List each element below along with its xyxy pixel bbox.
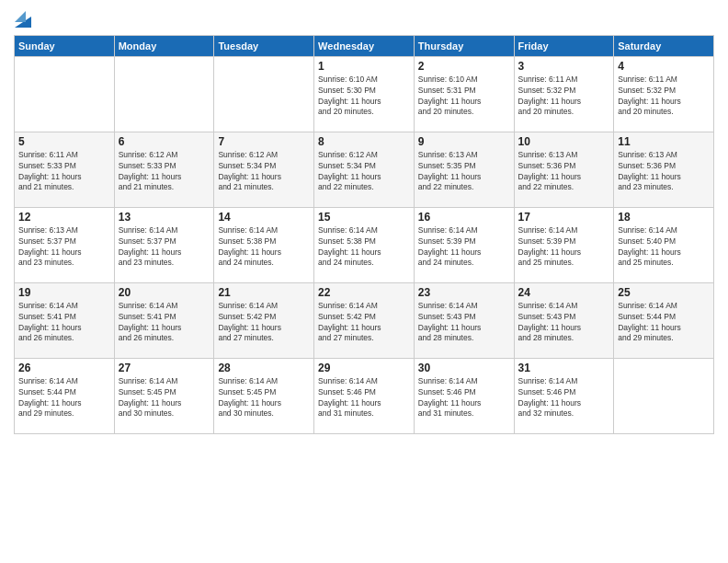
day-info: Sunrise: 6:14 AMSunset: 5:46 PMDaylight:… xyxy=(418,376,510,420)
day-info: Sunrise: 6:10 AMSunset: 5:30 PMDaylight:… xyxy=(318,75,410,119)
calendar-cell: 24Sunrise: 6:14 AMSunset: 5:43 PMDayligh… xyxy=(514,282,614,358)
day-number: 27 xyxy=(119,362,210,374)
calendar-cell: 13Sunrise: 6:14 AMSunset: 5:37 PMDayligh… xyxy=(114,207,214,282)
calendar-cell: 17Sunrise: 6:14 AMSunset: 5:39 PMDayligh… xyxy=(514,207,614,282)
header xyxy=(14,9,714,28)
day-number: 4 xyxy=(618,60,710,73)
calendar-cell: 12Sunrise: 6:13 AMSunset: 5:37 PMDayligh… xyxy=(15,207,115,282)
calendar-cell: 3Sunrise: 6:11 AMSunset: 5:32 PMDaylight… xyxy=(514,56,614,132)
day-info: Sunrise: 6:14 AMSunset: 5:43 PMDaylight:… xyxy=(418,301,510,345)
calendar-cell: 8Sunrise: 6:12 AMSunset: 5:34 PMDaylight… xyxy=(314,132,415,207)
day-number: 22 xyxy=(318,286,410,299)
page: SundayMondayTuesdayWednesdayThursdayFrid… xyxy=(0,0,728,563)
day-info: Sunrise: 6:14 AMSunset: 5:42 PMDaylight:… xyxy=(318,301,410,345)
day-info: Sunrise: 6:14 AMSunset: 5:44 PMDaylight:… xyxy=(618,301,710,345)
calendar-cell: 19Sunrise: 6:14 AMSunset: 5:41 PMDayligh… xyxy=(15,282,115,358)
calendar-cell: 28Sunrise: 6:14 AMSunset: 5:45 PMDayligh… xyxy=(214,358,314,433)
calendar-cell: 18Sunrise: 6:14 AMSunset: 5:40 PMDayligh… xyxy=(614,207,714,282)
day-info: Sunrise: 6:14 AMSunset: 5:41 PMDaylight:… xyxy=(119,301,210,345)
day-number: 17 xyxy=(518,211,610,224)
calendar-cell: 21Sunrise: 6:14 AMSunset: 5:42 PMDayligh… xyxy=(214,282,314,358)
calendar-header-monday: Monday xyxy=(114,35,214,56)
day-number: 5 xyxy=(18,135,110,148)
day-number: 2 xyxy=(418,60,510,73)
day-info: Sunrise: 6:14 AMSunset: 5:38 PMDaylight:… xyxy=(318,225,410,270)
day-info: Sunrise: 6:14 AMSunset: 5:46 PMDaylight:… xyxy=(518,376,610,420)
calendar-cell: 15Sunrise: 6:14 AMSunset: 5:38 PMDayligh… xyxy=(314,207,415,282)
calendar-header-thursday: Thursday xyxy=(414,35,514,56)
calendar-week-3: 12Sunrise: 6:13 AMSunset: 5:37 PMDayligh… xyxy=(15,207,714,282)
day-info: Sunrise: 6:14 AMSunset: 5:40 PMDaylight:… xyxy=(618,225,710,270)
calendar-cell: 29Sunrise: 6:14 AMSunset: 5:46 PMDayligh… xyxy=(314,358,415,433)
day-info: Sunrise: 6:11 AMSunset: 5:32 PMDaylight:… xyxy=(618,75,710,119)
day-number: 20 xyxy=(119,286,210,299)
day-number: 23 xyxy=(418,286,510,299)
calendar-week-1: 1Sunrise: 6:10 AMSunset: 5:30 PMDaylight… xyxy=(15,56,714,132)
calendar-header-wednesday: Wednesday xyxy=(314,35,415,56)
calendar-cell: 5Sunrise: 6:11 AMSunset: 5:33 PMDaylight… xyxy=(15,132,115,207)
day-number: 12 xyxy=(18,211,110,224)
day-info: Sunrise: 6:14 AMSunset: 5:45 PMDaylight:… xyxy=(218,376,310,420)
calendar-cell: 2Sunrise: 6:10 AMSunset: 5:31 PMDaylight… xyxy=(414,56,514,132)
day-number: 13 xyxy=(119,211,210,224)
day-info: Sunrise: 6:13 AMSunset: 5:35 PMDaylight:… xyxy=(418,150,510,194)
day-info: Sunrise: 6:14 AMSunset: 5:39 PMDaylight:… xyxy=(518,225,610,270)
calendar-cell xyxy=(114,56,214,132)
day-number: 9 xyxy=(418,135,510,148)
svg-marker-1 xyxy=(15,11,26,22)
calendar-cell: 11Sunrise: 6:13 AMSunset: 5:36 PMDayligh… xyxy=(614,132,714,207)
day-number: 1 xyxy=(318,60,410,73)
day-info: Sunrise: 6:14 AMSunset: 5:44 PMDaylight:… xyxy=(18,376,110,420)
calendar-cell: 9Sunrise: 6:13 AMSunset: 5:35 PMDaylight… xyxy=(414,132,514,207)
day-number: 18 xyxy=(618,211,710,224)
calendar-header-saturday: Saturday xyxy=(614,35,714,56)
calendar: SundayMondayTuesdayWednesdayThursdayFrid… xyxy=(14,35,714,434)
calendar-cell: 31Sunrise: 6:14 AMSunset: 5:46 PMDayligh… xyxy=(514,358,614,433)
day-info: Sunrise: 6:13 AMSunset: 5:36 PMDaylight:… xyxy=(518,150,610,194)
day-number: 16 xyxy=(418,211,510,224)
day-info: Sunrise: 6:14 AMSunset: 5:38 PMDaylight:… xyxy=(218,225,310,270)
calendar-week-5: 26Sunrise: 6:14 AMSunset: 5:44 PMDayligh… xyxy=(15,358,714,433)
day-info: Sunrise: 6:14 AMSunset: 5:46 PMDaylight:… xyxy=(318,376,410,420)
day-info: Sunrise: 6:14 AMSunset: 5:37 PMDaylight:… xyxy=(119,225,210,270)
calendar-cell: 25Sunrise: 6:14 AMSunset: 5:44 PMDayligh… xyxy=(614,282,714,358)
day-info: Sunrise: 6:14 AMSunset: 5:42 PMDaylight:… xyxy=(218,301,310,345)
calendar-cell xyxy=(614,358,714,433)
calendar-week-2: 5Sunrise: 6:11 AMSunset: 5:33 PMDaylight… xyxy=(15,132,714,207)
day-info: Sunrise: 6:12 AMSunset: 5:34 PMDaylight:… xyxy=(318,150,410,194)
calendar-cell: 20Sunrise: 6:14 AMSunset: 5:41 PMDayligh… xyxy=(114,282,214,358)
calendar-cell: 6Sunrise: 6:12 AMSunset: 5:33 PMDaylight… xyxy=(114,132,214,207)
day-info: Sunrise: 6:11 AMSunset: 5:32 PMDaylight:… xyxy=(518,75,610,119)
calendar-cell: 30Sunrise: 6:14 AMSunset: 5:46 PMDayligh… xyxy=(414,358,514,433)
calendar-cell: 10Sunrise: 6:13 AMSunset: 5:36 PMDayligh… xyxy=(514,132,614,207)
day-info: Sunrise: 6:13 AMSunset: 5:36 PMDaylight:… xyxy=(618,150,710,194)
calendar-header-row: SundayMondayTuesdayWednesdayThursdayFrid… xyxy=(15,35,714,56)
day-number: 26 xyxy=(18,362,110,374)
logo-text-block xyxy=(14,9,31,28)
calendar-cell: 1Sunrise: 6:10 AMSunset: 5:30 PMDaylight… xyxy=(314,56,415,132)
calendar-cell: 7Sunrise: 6:12 AMSunset: 5:34 PMDaylight… xyxy=(214,132,314,207)
day-info: Sunrise: 6:12 AMSunset: 5:34 PMDaylight:… xyxy=(218,150,310,194)
logo xyxy=(14,9,31,28)
day-number: 8 xyxy=(318,135,410,148)
logo-icon xyxy=(15,11,31,28)
calendar-header-friday: Friday xyxy=(514,35,614,56)
day-info: Sunrise: 6:14 AMSunset: 5:43 PMDaylight:… xyxy=(518,301,610,345)
calendar-cell: 26Sunrise: 6:14 AMSunset: 5:44 PMDayligh… xyxy=(15,358,115,433)
calendar-cell: 4Sunrise: 6:11 AMSunset: 5:32 PMDaylight… xyxy=(614,56,714,132)
day-number: 29 xyxy=(318,362,410,374)
day-number: 7 xyxy=(218,135,310,148)
calendar-week-4: 19Sunrise: 6:14 AMSunset: 5:41 PMDayligh… xyxy=(15,282,714,358)
day-number: 30 xyxy=(418,362,510,374)
day-info: Sunrise: 6:14 AMSunset: 5:45 PMDaylight:… xyxy=(119,376,210,420)
day-info: Sunrise: 6:14 AMSunset: 5:39 PMDaylight:… xyxy=(418,225,510,270)
day-number: 10 xyxy=(518,135,610,148)
day-number: 31 xyxy=(518,362,610,374)
day-info: Sunrise: 6:12 AMSunset: 5:33 PMDaylight:… xyxy=(119,150,210,194)
day-number: 11 xyxy=(618,135,710,148)
day-number: 3 xyxy=(518,60,610,73)
day-info: Sunrise: 6:10 AMSunset: 5:31 PMDaylight:… xyxy=(418,75,510,119)
day-number: 14 xyxy=(218,211,310,224)
calendar-header-sunday: Sunday xyxy=(15,35,115,56)
calendar-header-tuesday: Tuesday xyxy=(214,35,314,56)
